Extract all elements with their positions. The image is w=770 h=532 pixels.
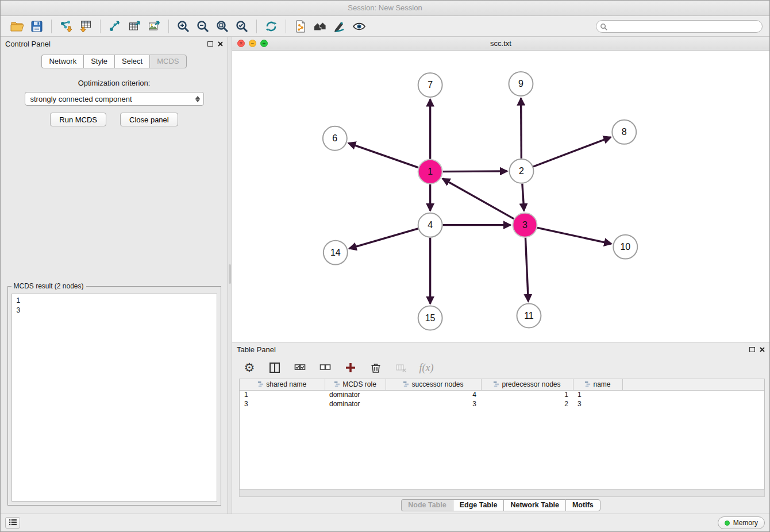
edge-4-14[interactable] (349, 229, 418, 249)
table-cell-filler (622, 399, 764, 408)
node-3[interactable]: 3 (513, 213, 537, 237)
float-panel-icon[interactable] (207, 40, 213, 48)
table-cell[interactable]: 1 (240, 390, 325, 399)
annotation-icon[interactable] (330, 18, 349, 35)
mcds-result-list[interactable]: 13 (11, 294, 217, 502)
edge-3-10[interactable] (537, 228, 611, 244)
export-image-icon[interactable] (144, 18, 164, 35)
add-row-icon[interactable] (344, 361, 357, 375)
select-all-columns-icon[interactable] (293, 361, 307, 375)
table-cell[interactable]: 3 (573, 399, 622, 408)
table-row[interactable]: 3dominator323 (240, 399, 764, 408)
table-cell[interactable]: 3 (386, 399, 481, 408)
table-settings-icon[interactable]: ⚙ (242, 361, 256, 375)
minimize-window-icon[interactable] (249, 40, 256, 47)
import-network-icon[interactable] (56, 18, 76, 35)
import-table-icon[interactable] (76, 18, 95, 35)
save-session-icon[interactable] (27, 18, 47, 35)
tab-network-table[interactable]: Network Table (503, 499, 565, 511)
control-panel-tabs: NetworkStyleSelectMCDS (1, 55, 228, 68)
export-table-icon[interactable] (125, 18, 144, 35)
tab-edge-table[interactable]: Edge Table (453, 499, 504, 511)
delete-row-icon[interactable] (369, 361, 383, 375)
tab-network[interactable]: Network (41, 55, 83, 68)
float-panel-icon[interactable] (749, 345, 755, 354)
column-header-shared-name[interactable]: shared name (240, 379, 325, 390)
tab-select[interactable]: Select (114, 55, 149, 68)
column-header-successor-nodes[interactable]: successor nodes (386, 379, 481, 390)
show-graphics-details-icon[interactable] (349, 18, 369, 35)
network-canvas[interactable]: 7968124314101511 (232, 51, 769, 342)
splitter-handle[interactable] (229, 264, 231, 284)
close-panel-icon[interactable] (760, 345, 765, 354)
node-4[interactable]: 4 (418, 213, 442, 237)
chevron-up-down-icon (195, 96, 200, 102)
table-cell[interactable]: 4 (386, 390, 481, 399)
table-cell[interactable]: 2 (481, 399, 573, 408)
zoom-in-icon[interactable] (174, 18, 193, 35)
optimization-criterion-label: Optimization criterion: (78, 79, 151, 87)
panel-splitter[interactable] (228, 37, 232, 514)
toolbar-separator (100, 20, 101, 33)
node-label: 4 (428, 220, 433, 230)
node-6[interactable]: 6 (323, 126, 347, 151)
optimization-dropdown[interactable]: strongly connected component (25, 92, 204, 106)
edge-1-6[interactable] (348, 143, 418, 167)
table-cell[interactable]: dominator (325, 399, 386, 408)
close-panel-icon[interactable] (218, 40, 223, 48)
tab-node-table[interactable]: Node Table (401, 499, 452, 511)
table-cell[interactable]: dominator (325, 390, 386, 399)
edge-2-3[interactable] (522, 184, 524, 211)
node-9[interactable]: 9 (509, 72, 533, 96)
network-view-window: scc.txt 7968124314101511 (232, 37, 769, 342)
show-columns-icon[interactable] (268, 361, 282, 375)
open-session-icon[interactable] (7, 18, 27, 35)
column-header-predecessor-nodes[interactable]: predecessor nodes (481, 379, 573, 390)
maximize-window-icon[interactable] (260, 40, 268, 47)
zoom-fit-icon[interactable] (213, 18, 232, 35)
node-2[interactable]: 2 (509, 159, 533, 183)
table-cell[interactable]: 1 (573, 390, 622, 399)
apply-layout-icon[interactable] (261, 18, 281, 35)
node-14[interactable]: 14 (324, 241, 348, 265)
tab-style[interactable]: Style (83, 55, 114, 68)
edge-3-1[interactable] (442, 179, 514, 219)
export-network-icon[interactable] (105, 18, 125, 35)
table-row[interactable]: 1dominator411 (240, 390, 764, 399)
zoom-out-icon[interactable] (193, 18, 213, 35)
edge-2-9[interactable] (521, 98, 522, 159)
column-header-MCDS-role[interactable]: MCDS role (325, 379, 386, 390)
node-1[interactable]: 1 (418, 160, 442, 184)
network-graph[interactable]: 7968124314101511 (232, 51, 769, 342)
node-label: 7 (428, 80, 433, 90)
node-11[interactable]: 11 (517, 304, 541, 328)
tab-mcds[interactable]: MCDS (149, 55, 186, 68)
search-input[interactable] (596, 20, 763, 33)
column-header-name[interactable]: name (573, 379, 622, 390)
network-document-icon[interactable] (291, 18, 310, 35)
unselect-all-columns-icon[interactable] (318, 361, 332, 375)
tab-motifs[interactable]: Motifs (565, 499, 600, 511)
home-icon[interactable] (310, 18, 330, 35)
mcds-result-line: 3 (17, 306, 212, 315)
table-cell[interactable]: 3 (240, 399, 325, 408)
node-8[interactable]: 8 (612, 120, 636, 144)
table-panel-title: Table Panel (237, 345, 749, 354)
node-7[interactable]: 7 (418, 73, 442, 97)
edge-2-8[interactable] (533, 137, 611, 167)
close-panel-button[interactable]: Close panel (120, 113, 178, 126)
edge-1-2[interactable] (443, 171, 507, 172)
control-panel-title: Control Panel (5, 40, 207, 48)
run-mcds-button[interactable]: Run MCDS (50, 113, 106, 126)
node-10[interactable]: 10 (613, 235, 637, 259)
edge-3-11[interactable] (525, 238, 528, 302)
memory-button[interactable]: Memory (718, 516, 765, 529)
table-cell[interactable]: 1 (481, 390, 573, 399)
network-window-titlebar[interactable]: scc.txt (232, 37, 769, 51)
close-window-icon[interactable] (237, 40, 245, 47)
node-15[interactable]: 15 (418, 306, 442, 330)
zoom-selected-icon[interactable] (232, 18, 252, 35)
horizontal-scrollbar[interactable] (239, 489, 765, 497)
task-history-button[interactable] (5, 517, 20, 529)
toolbar-separator (51, 20, 52, 33)
